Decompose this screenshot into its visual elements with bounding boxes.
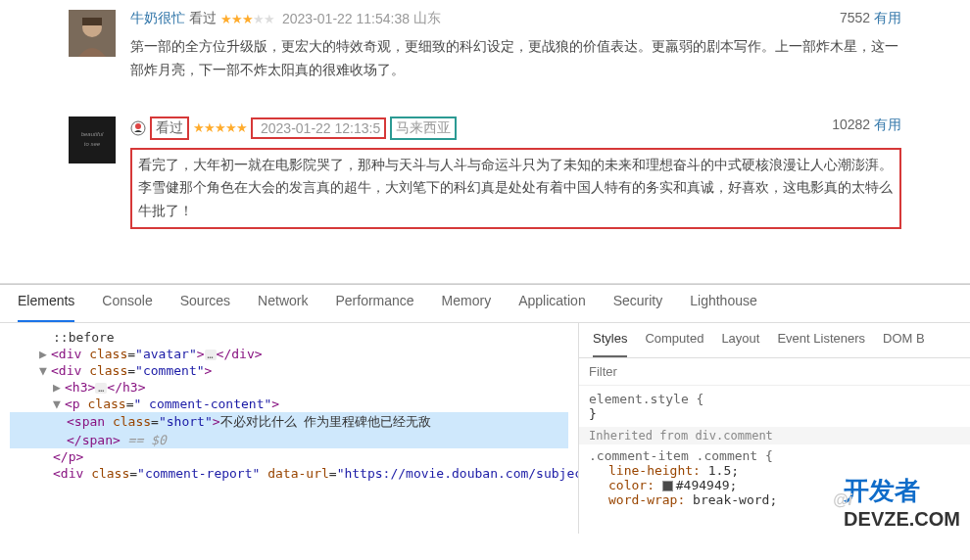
user-badge-icon bbox=[130, 120, 146, 136]
comment-header: 看过 ★★★★★ 2023-01-22 12:13:5马来西亚 10282 有用 bbox=[130, 117, 901, 140]
comment-text: 第一部的全方位升级版，更宏大的特效奇观，更细致的科幻设定，更战狼的价值表达。更羸… bbox=[130, 35, 901, 82]
timestamp-highlight-box: 2023-01-22 12:13:5 bbox=[251, 117, 386, 139]
stab-dom-breakpoints[interactable]: DOM B bbox=[883, 331, 925, 350]
location: 山东 bbox=[413, 10, 441, 27]
location-highlight-box: 马来西亚 bbox=[390, 117, 457, 140]
useful-count[interactable]: 10282 有用 bbox=[832, 117, 901, 134]
tab-network[interactable]: Network bbox=[258, 293, 308, 314]
rule-element-style[interactable]: element.style { } bbox=[589, 392, 960, 421]
dom-node[interactable]: ▼<div class="comment"> bbox=[10, 362, 568, 379]
svg-text:to see: to see bbox=[84, 141, 101, 147]
avatar[interactable] bbox=[69, 10, 116, 57]
stab-event-listeners[interactable]: Event Listeners bbox=[777, 331, 865, 350]
comment-body: 牛奶很忙 看过 ★★★★★ 2023-01-22 11:54:38 山东 755… bbox=[130, 10, 901, 82]
dom-node[interactable]: <div class="comment-report" data-url="ht… bbox=[10, 465, 568, 482]
svg-rect-3 bbox=[69, 117, 116, 163]
stab-computed[interactable]: Computed bbox=[645, 331, 703, 350]
comments-section: 牛奶很忙 看过 ★★★★★ 2023-01-22 11:54:38 山东 755… bbox=[0, 0, 970, 284]
timestamp: 2023-01-22 12:13:5 bbox=[261, 120, 380, 136]
svg-point-7 bbox=[135, 123, 141, 129]
tab-application[interactable]: Application bbox=[518, 293, 586, 314]
useful-count[interactable]: 7552 有用 bbox=[840, 10, 901, 27]
dom-node[interactable]: </p> bbox=[10, 448, 568, 465]
filter-input[interactable] bbox=[589, 364, 960, 379]
location: 马来西亚 bbox=[396, 119, 451, 135]
svg-rect-2 bbox=[82, 18, 102, 25]
timestamp: 2023-01-22 11:54:38 bbox=[282, 11, 410, 26]
dom-node[interactable]: ▶<div class="avatar">…</div> bbox=[10, 346, 568, 362]
rating-stars: ★★★★★ bbox=[193, 120, 247, 135]
avatar[interactable]: beautifulto see bbox=[69, 117, 116, 163]
comment-item: 牛奶很忙 看过 ★★★★★ 2023-01-22 11:54:38 山东 755… bbox=[69, 10, 901, 82]
watched-label: 看过 bbox=[189, 10, 217, 27]
svg-text:beautiful: beautiful bbox=[81, 131, 104, 137]
tab-lighthouse[interactable]: Lighthouse bbox=[690, 293, 757, 314]
watched-highlight-box: 看过 bbox=[150, 117, 189, 140]
dom-pseudo[interactable]: ::before bbox=[10, 329, 568, 346]
watermark: @i 开发者 DEVZE.COM bbox=[844, 474, 960, 531]
comment-header: 牛奶很忙 看过 ★★★★★ 2023-01-22 11:54:38 山东 755… bbox=[130, 10, 901, 27]
tab-security[interactable]: Security bbox=[613, 293, 663, 314]
tab-elements[interactable]: Elements bbox=[18, 293, 74, 322]
stab-layout[interactable]: Layout bbox=[721, 331, 759, 350]
devtools-body: ::before ▶<div class="avatar">…</div> ▼<… bbox=[0, 323, 970, 534]
tab-performance[interactable]: Performance bbox=[335, 293, 413, 314]
comment-body: 看过 ★★★★★ 2023-01-22 12:13:5马来西亚 10282 有用… bbox=[130, 117, 901, 229]
devtools-tabs: Elements Console Sources Network Perform… bbox=[0, 285, 970, 323]
stab-styles[interactable]: Styles bbox=[593, 331, 627, 357]
dom-node-selected[interactable]: </span> == $0 bbox=[10, 432, 568, 448]
devtools-panel: Elements Console Sources Network Perform… bbox=[0, 284, 970, 534]
username-link[interactable]: 牛奶很忙 bbox=[130, 10, 185, 27]
comment-item: beautifulto see 看过 ★★★★★ 2023-01-22 12:1… bbox=[69, 117, 901, 229]
comment-text-highlight-box: 看完了，大年初一就在电影院哭了，那种与天斗与人斗与命运斗只为了未知的未来和理想奋… bbox=[130, 148, 901, 229]
side-tabs: Styles Computed Layout Event Listeners D… bbox=[579, 323, 970, 358]
tab-sources[interactable]: Sources bbox=[180, 293, 230, 314]
dom-node[interactable]: ▶<h3>…</h3> bbox=[10, 379, 568, 396]
dom-node[interactable]: ▼<p class=" comment-content"> bbox=[10, 396, 568, 412]
rating-stars: ★★★★★ bbox=[220, 12, 274, 26]
watched-label: 看过 bbox=[156, 119, 183, 135]
dom-node-selected[interactable]: <span class="short">不必对比什么 作为里程碑他已经无敌 bbox=[10, 412, 568, 432]
tab-console[interactable]: Console bbox=[102, 293, 152, 314]
inherited-label: Inherited from div.comment bbox=[579, 427, 970, 444]
tab-memory[interactable]: Memory bbox=[442, 293, 492, 314]
color-swatch-icon[interactable] bbox=[662, 481, 673, 491]
filter-row bbox=[579, 358, 970, 386]
dom-tree[interactable]: ::before ▶<div class="avatar">…</div> ▼<… bbox=[0, 323, 578, 534]
